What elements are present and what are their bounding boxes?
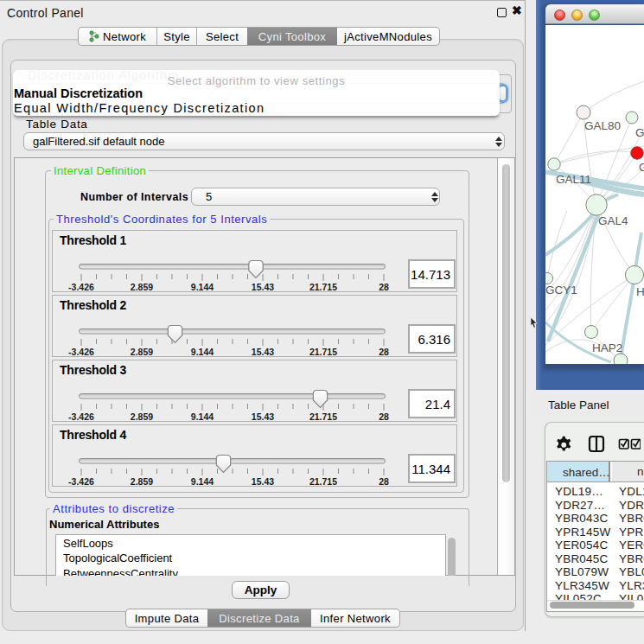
svg-text:21.715: 21.715 bbox=[309, 476, 337, 487]
svg-text:9.144: 9.144 bbox=[191, 347, 214, 357]
svg-text:2.859: 2.859 bbox=[131, 411, 153, 422]
svg-text:28: 28 bbox=[379, 411, 389, 422]
svg-text:H: H bbox=[636, 285, 644, 298]
svg-text:-3.426: -3.426 bbox=[68, 411, 94, 422]
svg-text:21.715: 21.715 bbox=[309, 347, 337, 357]
svg-text:9.144: 9.144 bbox=[191, 476, 214, 487]
svg-text:2.859: 2.859 bbox=[131, 347, 153, 357]
svg-text:-3.426: -3.426 bbox=[68, 347, 94, 357]
svg-text:GAL11: GAL11 bbox=[556, 173, 591, 186]
svg-text:28: 28 bbox=[379, 476, 389, 487]
svg-text:9.144: 9.144 bbox=[191, 282, 214, 292]
svg-text:28: 28 bbox=[379, 347, 389, 357]
svg-text:15.43: 15.43 bbox=[252, 347, 274, 357]
svg-text:9.144: 9.144 bbox=[191, 411, 214, 422]
svg-text:21.715: 21.715 bbox=[309, 411, 337, 422]
svg-text:2.859: 2.859 bbox=[131, 476, 153, 487]
svg-text:GCY1: GCY1 bbox=[545, 284, 577, 296]
svg-text:21.715: 21.715 bbox=[309, 282, 337, 292]
svg-text:15.43: 15.43 bbox=[252, 282, 274, 292]
svg-text:-3.426: -3.426 bbox=[68, 476, 94, 487]
svg-text:15.43: 15.43 bbox=[252, 411, 274, 422]
svg-text:-3.426: -3.426 bbox=[68, 282, 94, 292]
svg-text:GAL80: GAL80 bbox=[584, 119, 621, 132]
svg-text:28: 28 bbox=[379, 282, 389, 292]
svg-text:G.: G. bbox=[635, 126, 644, 139]
svg-text:2.859: 2.859 bbox=[131, 282, 153, 292]
svg-text:15.43: 15.43 bbox=[252, 476, 274, 487]
svg-text:GAL4: GAL4 bbox=[598, 214, 628, 227]
svg-text:HAP2: HAP2 bbox=[592, 341, 622, 354]
svg-text:G: G bbox=[639, 161, 644, 174]
